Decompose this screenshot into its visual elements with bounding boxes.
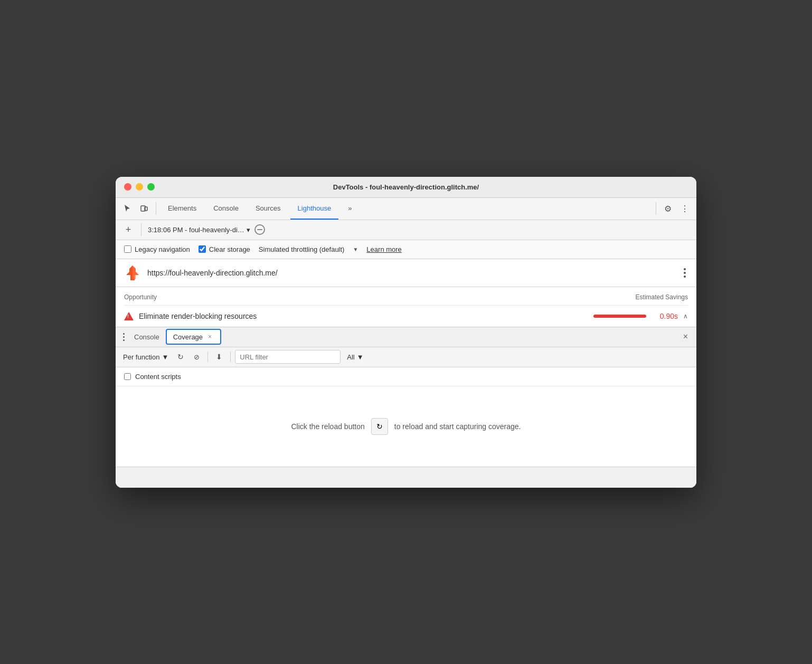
traffic-lights (124, 183, 155, 191)
add-button[interactable]: + (122, 223, 135, 236)
secondary-toolbar: + 3:18:06 PM - foul-heavenly-di… ▾ (116, 220, 696, 240)
tab-more[interactable]: » (341, 197, 359, 220)
opportunity-section: Opportunity Estimated Savings Eliminate … (116, 287, 696, 327)
close-coverage-tab[interactable]: × (206, 332, 214, 342)
clear-storage-checkbox[interactable]: Clear storage (199, 245, 250, 253)
bottom-panel: Console Coverage × × Per function ▼ ↻ ⊘ … (116, 327, 696, 488)
tab-coverage-panel[interactable]: Coverage × (166, 329, 221, 345)
close-button[interactable] (124, 183, 131, 191)
tab-lighthouse[interactable]: Lighthouse (290, 197, 339, 220)
coverage-toolbar: Per function ▼ ↻ ⊘ ⬇ All ▼ (116, 347, 696, 367)
separator (207, 352, 208, 362)
devtools-window: DevTools - foul-heavenly-direction.glitc… (116, 177, 696, 488)
panel-kebab-menu[interactable] (120, 331, 128, 343)
throttling-dropdown-arrow[interactable]: ▼ (353, 246, 358, 252)
content-scripts-label: Content scripts (135, 373, 181, 381)
close-panel-button[interactable]: × (679, 330, 692, 344)
settings-icon[interactable]: ⚙ (660, 201, 675, 216)
tab-elements[interactable]: Elements (160, 197, 204, 220)
maximize-button[interactable] (147, 183, 155, 191)
per-function-arrow-icon: ▼ (162, 353, 168, 361)
svg-rect-1 (145, 207, 147, 211)
empty-state-text-before: Click the reload button (291, 422, 364, 431)
tab-sources[interactable]: Sources (248, 197, 288, 220)
opportunity-label: Opportunity (124, 293, 157, 301)
bottom-spacer (116, 467, 696, 488)
coverage-empty-state: Click the reload button ↻ to reload and … (116, 386, 696, 467)
opportunity-title: Eliminate render-blocking resources (139, 312, 588, 320)
empty-state-text-after: to reload and start capturing coverage. (394, 422, 521, 431)
divider (656, 202, 656, 215)
warning-icon (124, 312, 134, 320)
inline-reload-button[interactable]: ↻ (371, 418, 388, 435)
clear-storage-input[interactable] (199, 245, 206, 253)
expand-icon[interactable]: ∧ (683, 312, 688, 320)
lighthouse-options: Legacy navigation Clear storage Simulate… (116, 240, 696, 259)
divider (156, 202, 156, 215)
estimated-savings-label: Estimated Savings (636, 293, 688, 301)
title-bar: DevTools - foul-heavenly-direction.glitc… (116, 177, 696, 198)
learn-more-link[interactable]: Learn more (366, 245, 401, 253)
cursor-icon[interactable] (120, 201, 135, 216)
download-coverage-button[interactable]: ⬇ (212, 350, 226, 364)
minimize-button[interactable] (136, 183, 143, 191)
lighthouse-url-row: https://foul-heavenly-direction.glitch.m… (116, 259, 696, 287)
savings-bar (593, 315, 646, 318)
opportunity-row: Eliminate render-blocking resources 0.90… (124, 305, 688, 327)
toolbar-actions: ⚙ ⋮ (654, 201, 692, 216)
content-scripts-row: Content scripts (116, 367, 696, 386)
throttling-label: Simulated throttling (default) (259, 245, 345, 253)
window-title: DevTools - foul-heavenly-direction.glitc… (333, 183, 479, 191)
reload-coverage-button[interactable]: ↻ (174, 350, 187, 364)
panel-tabs-row: Console Coverage × × (116, 327, 696, 347)
divider (141, 223, 141, 236)
lighthouse-logo-icon (124, 264, 141, 281)
url-kebab-menu[interactable] (682, 266, 688, 280)
tab-console-panel[interactable]: Console (128, 327, 166, 347)
timestamp-label: 3:18:06 PM - foul-heavenly-di… (148, 226, 244, 234)
all-filter-dropdown[interactable]: All ▼ (343, 351, 367, 363)
no-entry-icon[interactable] (254, 224, 265, 235)
device-toggle-icon[interactable] (137, 201, 152, 216)
clear-coverage-button[interactable]: ⊘ (190, 350, 203, 364)
savings-value: 0.90s (652, 312, 678, 320)
lighthouse-url: https://foul-heavenly-direction.glitch.m… (147, 269, 675, 277)
content-scripts-checkbox[interactable] (124, 373, 131, 380)
opportunity-header: Opportunity Estimated Savings (124, 293, 688, 305)
url-filter-input[interactable] (235, 350, 341, 364)
main-toolbar: Elements Console Sources Lighthouse » ⚙ … (116, 198, 696, 220)
legacy-navigation-checkbox[interactable]: Legacy navigation (124, 245, 190, 253)
url-dropdown-arrow[interactable]: ▾ (247, 226, 250, 234)
all-dropdown-arrow-icon: ▼ (357, 353, 364, 361)
separator (230, 352, 231, 362)
tab-console[interactable]: Console (206, 197, 246, 220)
svg-marker-3 (133, 265, 139, 279)
legacy-navigation-input[interactable] (124, 245, 131, 253)
per-function-dropdown[interactable]: Per function ▼ (120, 351, 172, 363)
url-bar: 3:18:06 PM - foul-heavenly-di… ▾ (148, 226, 250, 234)
more-options-icon[interactable]: ⋮ (677, 201, 692, 216)
